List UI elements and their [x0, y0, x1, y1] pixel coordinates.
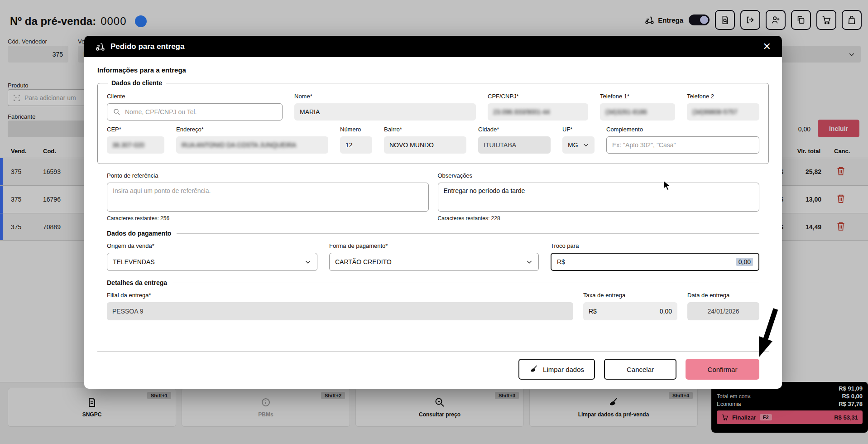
- uf-value: MG: [568, 141, 578, 149]
- numero-label: Número: [340, 126, 372, 133]
- numero-value: 12: [345, 141, 353, 149]
- modal-footer-block: Limpar dados Cancelar Confirmar: [97, 343, 769, 380]
- cliente-search-input[interactable]: Nome, CPF/CNPJ ou Tel.: [107, 103, 283, 121]
- info-section-title: Informações para a entrega: [97, 66, 769, 74]
- forma-pagamento-select[interactable]: CARTÃO CREDITO: [329, 253, 539, 271]
- endereco-input[interactable]: RUA ANTONIO DA COSTA JUNQUEIRA: [176, 136, 328, 154]
- data-entrega-input: 24/01/2026: [687, 302, 759, 320]
- troco-value: 0,00: [736, 258, 753, 266]
- endereco-field: Endereço* RUA ANTONIO DA COSTA JUNQUEIRA: [176, 126, 328, 154]
- nome-label: Nome*: [294, 93, 476, 100]
- telefone2-input[interactable]: (34)99808-5757: [687, 103, 759, 121]
- cliente-placeholder: Nome, CPF/CNPJ ou Tel.: [125, 108, 197, 116]
- cpf-label: CPF/CNPJ*: [488, 93, 588, 100]
- referencia-counter: Caracteres restantes: 256: [107, 215, 429, 222]
- cpf-field: CPF/CNPJ* 23.096.933/9001-44: [488, 93, 588, 121]
- modal-body: Informações para a entrega Dados do clie…: [84, 57, 782, 389]
- cpf-value: 23.096.933/9001-44: [493, 108, 550, 116]
- complemento-field: Complemento Ex: "Apto 302", "Casa": [606, 126, 759, 154]
- observacoes-textarea[interactable]: Entregar no período da tarde: [438, 183, 760, 212]
- data-entrega-field: Data de entrega 24/01/2026: [687, 292, 759, 320]
- observacoes-label: Observações: [438, 172, 760, 179]
- nome-input[interactable]: MARIA: [294, 103, 476, 121]
- taxa-value: 0,00: [660, 308, 672, 315]
- forma-pagamento-label: Forma de pagamento*: [329, 242, 539, 249]
- troco-field: Troco para R$ 0,00: [551, 242, 759, 271]
- cliente-label: Cliente: [107, 93, 283, 100]
- notes-row: Ponto de referência Caracteres restantes…: [107, 172, 759, 222]
- delivery-modal: Pedido para entrega ✕ Informações para a…: [84, 36, 782, 389]
- complemento-input[interactable]: Ex: "Apto 302", "Casa": [606, 136, 759, 154]
- troco-label: Troco para: [551, 242, 759, 249]
- client-row-1: Cliente Nome, CPF/CNPJ ou Tel. Nome* MAR…: [107, 93, 759, 121]
- cliente-field: Cliente Nome, CPF/CNPJ ou Tel.: [107, 93, 283, 121]
- divider: [173, 283, 759, 283]
- referencia-field: Ponto de referência Caracteres restantes…: [107, 172, 429, 222]
- taxa-currency-prefix: R$: [589, 308, 597, 315]
- cidade-field: Cidade* ITUIUTABA: [478, 126, 551, 154]
- payment-section-title: Dados do pagamento: [107, 230, 171, 237]
- cancelar-label: Cancelar: [627, 366, 654, 373]
- forma-pagamento-value: CARTÃO CREDITO: [335, 258, 392, 265]
- troco-input[interactable]: R$ 0,00: [551, 253, 759, 271]
- telefone1-input[interactable]: (34)3261-8186: [600, 103, 675, 121]
- telefone1-field: Telefone 1* (34)3261-8186: [600, 93, 675, 121]
- chevron-down-icon: [526, 258, 533, 265]
- observacoes-counter: Caracteres restantes: 228: [438, 215, 760, 222]
- modal-footer: Limpar dados Cancelar Confirmar: [107, 352, 759, 380]
- modal-title: Pedido para entrega: [110, 42, 184, 51]
- cep-value: 38.307-020: [112, 141, 144, 149]
- filial-input: PESSOA 9: [107, 302, 573, 320]
- taxa-label: Taxa de entrega: [583, 292, 677, 299]
- cidade-label: Cidade*: [478, 126, 551, 133]
- bairro-label: Bairro*: [384, 126, 466, 133]
- limpar-dados-label: Limpar dados: [543, 366, 584, 373]
- cidade-value: ITUIUTABA: [484, 141, 516, 149]
- origem-select[interactable]: TELEVENDAS: [107, 253, 317, 271]
- cancelar-button[interactable]: Cancelar: [604, 359, 676, 380]
- bairro-input[interactable]: NOVO MUNDO: [384, 136, 466, 154]
- chevron-down-icon: [304, 258, 312, 265]
- cidade-input: ITUIUTABA: [478, 136, 551, 154]
- origem-field: Origem da venda* TELEVENDAS: [107, 242, 317, 271]
- numero-field: Número 12: [340, 126, 372, 154]
- telefone2-label: Telefone 2: [687, 93, 759, 100]
- client-row-2: CEP* 38.307-020 Endereço* RUA ANTONIO DA…: [107, 126, 759, 154]
- payment-section-header: Dados do pagamento: [107, 230, 759, 237]
- bairro-field: Bairro* NOVO MUNDO: [384, 126, 466, 154]
- cep-input[interactable]: 38.307-020: [107, 136, 164, 154]
- referencia-label: Ponto de referência: [107, 172, 429, 179]
- uf-select[interactable]: MG: [562, 136, 595, 154]
- observacoes-field: Observações Entregar no período da tarde…: [438, 172, 760, 222]
- complemento-label: Complemento: [606, 126, 759, 133]
- nome-value: MARIA: [300, 108, 320, 116]
- numero-input[interactable]: 12: [340, 136, 372, 154]
- close-icon[interactable]: ✕: [763, 42, 771, 52]
- cep-field: CEP* 38.307-020: [107, 126, 164, 154]
- payment-row: Origem da venda* TELEVENDAS Forma de pag…: [107, 242, 759, 271]
- endereco-label: Endereço*: [176, 126, 328, 133]
- uf-label: UF*: [562, 126, 595, 133]
- cep-label: CEP*: [107, 126, 164, 133]
- referencia-textarea[interactable]: [107, 183, 429, 212]
- uf-field: UF* MG: [562, 126, 595, 154]
- bairro-value: NOVO MUNDO: [389, 141, 434, 149]
- confirmar-button[interactable]: Confirmar: [686, 359, 759, 380]
- endereco-value: RUA ANTONIO DA COSTA JUNQUEIRA: [182, 141, 296, 149]
- cpf-input[interactable]: 23.096.933/9001-44: [488, 103, 588, 121]
- client-data-fieldset: Dados do cliente Cliente Nome, CPF/CNPJ …: [97, 79, 769, 164]
- taxa-field: Taxa de entrega R$ 0,00: [583, 292, 677, 320]
- data-entrega-value: 24/01/2026: [707, 308, 739, 315]
- confirmar-label: Confirmar: [708, 366, 738, 373]
- taxa-input[interactable]: R$ 0,00: [583, 302, 677, 320]
- filial-value: PESSOA 9: [112, 308, 143, 315]
- divider: [177, 233, 759, 234]
- filial-field: Filial da entrega* PESSOA 9: [107, 292, 573, 320]
- chevron-down-icon: [583, 142, 589, 148]
- limpar-dados-button[interactable]: Limpar dados: [518, 359, 595, 380]
- delivery-section-title: Detalhes da entrega: [107, 279, 167, 286]
- client-fieldset-legend: Dados do cliente: [108, 79, 166, 87]
- delivery-section-header: Detalhes da entrega: [107, 279, 759, 286]
- search-icon: [113, 108, 121, 116]
- nome-field: Nome* MARIA: [294, 93, 476, 121]
